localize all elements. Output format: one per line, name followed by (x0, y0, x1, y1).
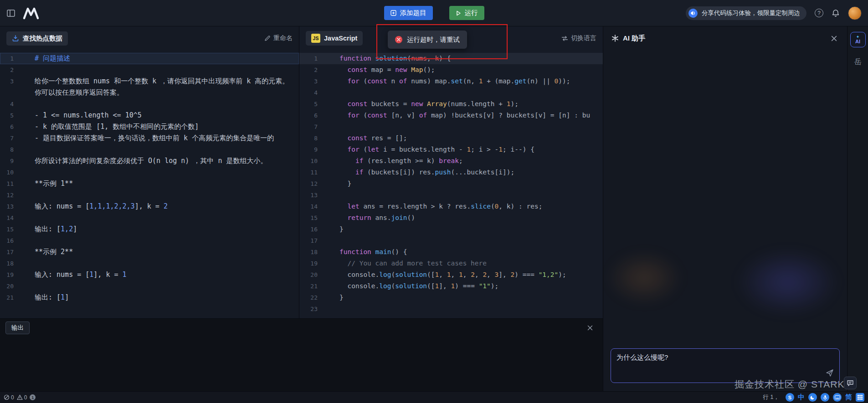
editor-row[interactable]: 18function main() { (299, 246, 603, 258)
line-content[interactable]: 你可以按任意顺序返回答案。 (21, 87, 123, 98)
line-content[interactable]: - 1 <= nums.length <= 10^5 (21, 110, 142, 121)
line-content[interactable]: 你所设计算法的时间复杂度必须优于 O(n log n) ，其中 n 是数组大小。 (21, 155, 267, 167)
ai-chat-input[interactable]: 为什么这么慢呢? (611, 348, 840, 383)
ai-close-icon[interactable] (831, 36, 837, 41)
line-content[interactable]: if (buckets[i]) res.push(...buckets[i]); (326, 167, 514, 178)
editor-row[interactable]: 16 (0, 235, 299, 246)
editor-row[interactable]: 3 for (const n of nums) map.set(n, 1 + (… (299, 76, 603, 87)
line-content[interactable]: let ans = res.length > k ? res.slice(0, … (326, 201, 542, 212)
code-editor[interactable]: 1function solution(nums, k) {2 const map… (299, 50, 603, 318)
line-content[interactable]: } (326, 224, 344, 235)
editor-row[interactable]: 2 (0, 64, 299, 76)
editor-row[interactable]: 9你所设计算法的时间复杂度必须优于 O(n log n) ，其中 n 是数组大小… (0, 155, 299, 167)
line-content[interactable]: function solution(nums, k) { (326, 53, 451, 64)
line-content[interactable]: } (326, 178, 351, 189)
line-content[interactable]: for (let i = buckets.length - 1; i > -1;… (326, 144, 534, 155)
editor-row[interactable]: 22} (299, 292, 603, 303)
add-problem-button[interactable]: 添加题目 (384, 6, 433, 20)
switch-language-button[interactable]: 切换语言 (561, 34, 596, 42)
problems-summary[interactable]: 0 0 1 (4, 394, 36, 401)
line-content[interactable]: const map = new Map(); (326, 64, 435, 76)
bell-icon[interactable] (832, 9, 840, 17)
line-content[interactable] (21, 258, 35, 269)
line-content[interactable]: **示例 2** (21, 246, 73, 258)
problem-title-chip[interactable]: 查找热点数据 (6, 31, 68, 46)
help-icon[interactable]: ? (815, 9, 823, 17)
editor-row[interactable]: 18 (0, 258, 299, 269)
language-tab[interactable]: JS JavaScript (306, 31, 363, 46)
line-content[interactable] (326, 87, 339, 98)
line-content[interactable]: console.log(solution([1, 1, 1, 2, 2, 3],… (326, 269, 566, 281)
editor-row[interactable]: 4 (299, 87, 603, 98)
editor-row[interactable]: 6- k 的取值范围是 [1, 数组中不相同的元素的个数] (0, 121, 299, 133)
editor-row[interactable]: 你可以按任意顺序返回答案。 (0, 87, 299, 98)
chat-float-button[interactable] (844, 377, 857, 389)
line-content[interactable] (21, 189, 35, 201)
editor-row[interactable]: 15 return ans.join() (299, 212, 603, 224)
line-content[interactable]: - k 的取值范围是 [1, 数组中不相同的元素的个数] (21, 121, 199, 133)
line-content[interactable] (21, 235, 35, 246)
editor-row[interactable]: 20 console.log(solution([1, 1, 1, 2, 2, … (299, 269, 603, 281)
editor-row[interactable]: 21 console.log(solution([1], 1) === "1")… (299, 281, 603, 292)
line-content[interactable]: 输入: nums = [1], k = 1 (21, 269, 127, 281)
app-logo[interactable] (23, 6, 39, 20)
line-content[interactable]: } (326, 292, 344, 303)
promo-banner[interactable]: 分享代码练习体验，领限量定制周边 (686, 6, 806, 20)
editor-row[interactable]: 3给你一个整数数组 nums 和一个整数 k ，请你返回其中出现频率前 k 高的… (0, 76, 299, 87)
line-content[interactable] (21, 98, 35, 110)
editor-row[interactable]: 23 (299, 303, 603, 315)
editor-row[interactable]: 21输出: [1] (0, 292, 299, 303)
ime-moon-icon[interactable] (808, 393, 817, 402)
editor-row[interactable]: 14 (0, 212, 299, 224)
editor-row[interactable]: 11 if (buckets[i]) res.push(...buckets[i… (299, 167, 603, 178)
editor-row[interactable]: 7 (299, 121, 603, 133)
editor-row[interactable]: 20 (0, 281, 299, 292)
editor-row[interactable]: 4 (0, 98, 299, 110)
output-tab[interactable]: 输出 (5, 321, 30, 334)
line-content[interactable]: // You can add more test cases here (326, 258, 487, 269)
editor-row[interactable]: 1# 问题描述 (0, 53, 299, 64)
editor-row[interactable]: 11**示例 1** (0, 178, 299, 189)
ime-grid-icon[interactable] (856, 393, 864, 402)
editor-row[interactable]: 10 if (res.length >= k) break; (299, 155, 603, 167)
editor-row[interactable]: 16} (299, 224, 603, 235)
line-content[interactable]: const buckets = new Array(nums.length + … (326, 98, 519, 110)
problem-editor[interactable]: 1# 问题描述23给你一个整数数组 nums 和一个整数 k ，请你返回其中出现… (0, 50, 299, 318)
editor-row[interactable]: 8 const res = []; (299, 133, 603, 144)
line-content[interactable]: console.log(solution([1], 1) === "1"); (326, 281, 498, 292)
sidebar-toggle-icon[interactable] (6, 9, 15, 18)
ime-keyboard-icon[interactable] (833, 393, 842, 402)
editor-row[interactable]: 19输入: nums = [1], k = 1 (0, 269, 299, 281)
line-content[interactable] (21, 64, 35, 76)
editor-row[interactable]: 13 (299, 189, 603, 201)
line-content[interactable]: # 问题描述 (21, 53, 70, 64)
extension-tool-icon[interactable]: 岳 (854, 57, 862, 67)
run-button[interactable]: 运行 (449, 6, 484, 20)
editor-row[interactable]: 5 const buckets = new Array(nums.length … (299, 98, 603, 110)
ime-chinese-mode-icon[interactable]: 中 (798, 393, 805, 402)
editor-row[interactable]: 2 const map = new Map(); (299, 64, 603, 76)
editor-row[interactable]: 17 (299, 235, 603, 246)
editor-row[interactable]: 9 for (let i = buckets.length - 1; i > -… (299, 144, 603, 155)
editor-row[interactable]: 14 let ans = res.length > k ? res.slice(… (299, 201, 603, 212)
line-content[interactable]: function main() { (326, 246, 407, 258)
editor-row[interactable]: 5- 1 <= nums.length <= 10^5 (0, 110, 299, 121)
line-content[interactable]: 输出: [1] (21, 292, 69, 303)
ime-simplified-icon[interactable]: 简 (845, 393, 852, 402)
ime-mic-icon[interactable] (821, 393, 829, 402)
editor-row[interactable]: 8 (0, 144, 299, 155)
cursor-position[interactable]: 行 1， (763, 393, 779, 401)
editor-row[interactable]: 12 (0, 189, 299, 201)
line-content[interactable]: 给你一个整数数组 nums 和一个整数 k ，请你返回其中出现频率前 k 高的元… (21, 76, 289, 87)
output-close-icon[interactable] (587, 325, 593, 331)
line-content[interactable] (326, 235, 339, 246)
line-content[interactable]: if (res.length >= k) break; (326, 155, 463, 167)
editor-row[interactable]: 6 for (const [n, v] of map) !buckets[v] … (299, 110, 603, 121)
send-icon[interactable] (826, 369, 834, 379)
editor-row[interactable]: 1function solution(nums, k) { (299, 53, 603, 64)
editor-row[interactable]: 10 (0, 167, 299, 178)
avatar[interactable] (848, 6, 862, 20)
line-content[interactable]: **示例 1** (21, 178, 73, 189)
line-content[interactable] (326, 189, 339, 201)
line-content[interactable] (326, 303, 339, 315)
